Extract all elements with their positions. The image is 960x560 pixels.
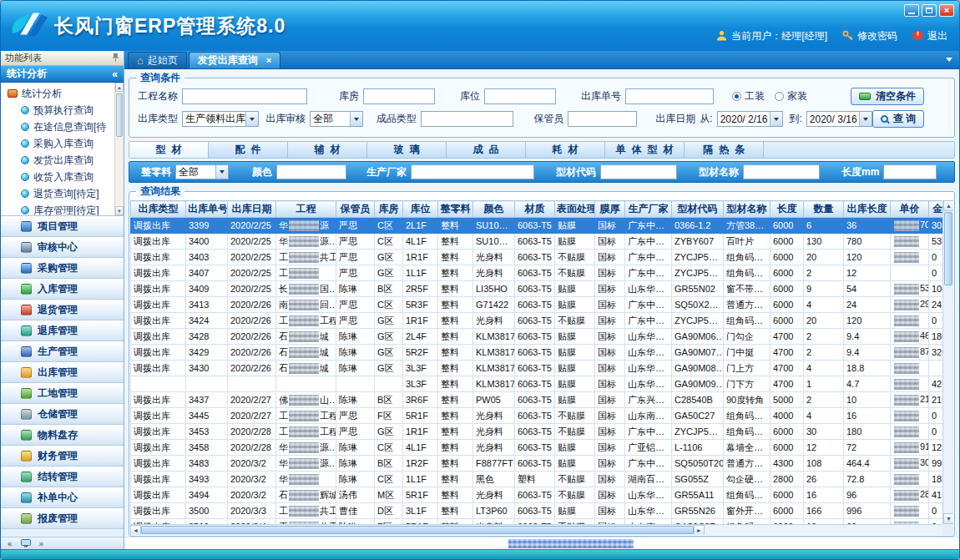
radio-home-decoration[interactable] [775,92,784,101]
table-row[interactable]: 调拨出库34292020/2/26石城陈琳G区5R2F整料KLM38176063… [131,345,954,361]
vertical-scrollbar[interactable]: ▲ ▼ [942,200,953,524]
table-row[interactable]: 调拨出库34282020/2/26石城陈琳G区2L4F整料KLM38176063… [131,329,954,345]
material-tab[interactable]: 玻璃 [367,142,447,158]
sidebar-module-inventory[interactable]: 物料盘存 [1,425,124,446]
audit-select[interactable]: 全部 [310,111,362,127]
tree-item[interactable]: 发货出库查询 [1,152,114,169]
tree-root[interactable]: 统计分析 [1,85,114,102]
tree-item[interactable]: 收货入库查询 [1,169,114,185]
collapse-left-icon[interactable]: « [8,539,13,548]
dropdown-icon[interactable] [350,112,362,126]
pin-icon[interactable] [112,53,119,63]
column-header[interactable]: 库房 [375,201,403,218]
tab-home[interactable]: ⌂ 起始页 [128,52,187,68]
sidebar-group-statistics[interactable]: 统计分析 « [1,66,124,83]
table-row[interactable]: 调拨出库34532020/2/28工工程严思G区1R1F整料光身料6063-T5… [131,424,954,440]
column-header[interactable]: 材质 [515,201,555,218]
clear-conditions-button[interactable]: 清空条件 [851,88,924,105]
tree-item[interactable]: 在途信息查询[待 [1,119,114,135]
scroll-down-icon[interactable]: ▼ [943,513,953,524]
sidebar-module-site[interactable]: 工地管理 [1,383,124,404]
minimize-button[interactable] [904,4,919,17]
horizontal-scrollbar[interactable]: ◄ ► [130,524,942,535]
dropdown-icon[interactable] [215,165,228,179]
radio-work-decoration[interactable] [732,92,741,101]
table-row[interactable]: 调拨出库34032020/2/25工共工程严思G区1R1F整料光身料6063-T… [131,250,954,265]
column-header[interactable]: 颜色 [473,201,515,218]
sidebar-module-production[interactable]: 生产管理 [1,341,124,362]
table-row[interactable]: 调拨出库34582020/2/28华源…陈琳C区4L1F整料光身料6063-T5… [131,440,954,456]
project-name-input[interactable] [182,88,307,104]
out-type-select[interactable]: 生产领料出库 [182,111,259,127]
table-row[interactable]: 调拨出库34832020/3/2华源…陈琳B区1R2F整料F8877FT6063… [131,456,954,472]
tree-item[interactable]: 预算执行查询 [1,102,114,119]
column-header[interactable]: 数量 [804,201,844,218]
sidebar-module-purchase[interactable]: 采购管理 [1,258,124,279]
tree-item[interactable]: 退货查询[待定] [1,185,114,202]
sidebar-module-inbound[interactable]: 入库管理 [1,279,124,300]
table-row[interactable]: 3L3F整料KLM38176063-T5贴膜国标山东华…GA90M09…门下方4… [131,376,954,392]
table-row[interactable]: 调拨出库35002020/3/3工共工程曹佳D区3L1F整料LT3P606063… [131,503,954,519]
collapse-icon[interactable]: « [112,68,118,80]
order-no-input[interactable] [625,88,714,104]
column-header[interactable]: 出库类型 [131,201,186,218]
change-password-button[interactable]: 修改密码 [842,29,897,43]
length-input[interactable] [883,164,937,179]
expand-right-icon[interactable]: » [39,539,44,548]
column-header[interactable]: 生产厂家 [625,201,672,218]
tree-item[interactable]: 库存管理[待定] [1,202,114,216]
scroll-left-icon[interactable]: ◄ [130,525,141,535]
scroll-up-icon[interactable]: ▲ [115,83,124,92]
sidebar-module-carryover[interactable]: 结转管理 [1,467,124,487]
tree-scroll-thumb[interactable] [116,93,123,137]
product-type-input[interactable] [421,111,514,127]
table-row[interactable]: 调拨出库34372020/2/27佛山…陈琳B区3R6F整料PW056063-T… [131,392,954,408]
column-header[interactable]: 型材代码 [672,201,724,218]
scroll-up-icon[interactable]: ▲ [943,200,953,211]
profile-name-input[interactable] [743,164,820,179]
scroll-down-icon[interactable]: ▼ [115,206,124,215]
warehouse-input[interactable] [363,88,435,104]
column-header[interactable]: 整零料 [438,201,473,218]
sidebar-module-supplement[interactable]: 补单中心 [1,487,124,508]
logout-button[interactable]: 退出 [912,29,947,43]
material-tab[interactable]: 辅材 [288,142,367,158]
table-row[interactable]: 调拨出库34302020/2/26石城陈琳G区3L3F整料KLM38176063… [131,361,954,376]
sidebar-module-return-store[interactable]: 退库管理 [1,320,124,341]
table-row[interactable]: 调拨出库34072020/2/25工严思G区1L1F整料光身料6063-T5不贴… [131,265,954,281]
date-to-picker[interactable]: 2020/ 3/16 [806,111,872,127]
column-header[interactable]: 表面处理 [555,201,595,218]
table-row[interactable]: 调拨出库34932020/3/2华陈琳C区1L1F整料黑色塑料不贴膜国标湖南百…… [131,472,954,487]
scroll-right-icon[interactable]: ► [694,525,705,535]
tree-item[interactable]: 采购入库查询 [1,135,114,152]
material-tab[interactable]: 成品 [447,142,526,158]
column-header[interactable]: 出库日期 [228,201,276,218]
computer-icon[interactable] [21,539,31,547]
material-tab[interactable]: 隔热条 [685,142,764,158]
tab-overflow-icon[interactable] [946,58,952,62]
sidebar-module-warehouse[interactable]: 仓储管理 [1,404,124,425]
column-header[interactable]: 膜厚 [595,201,625,218]
profile-code-input[interactable] [600,164,677,179]
dropdown-icon[interactable] [770,112,782,126]
column-header[interactable]: 库位 [403,201,438,218]
keeper-input[interactable] [568,111,637,127]
table-row[interactable]: 调拨出库34452020/2/27工工程严思F区5R1F整料光身料6063-T5… [131,408,954,424]
location-input[interactable] [484,88,556,104]
column-header[interactable]: 单价 [891,201,929,218]
tab-shipping-outbound-query[interactable]: 发货出库查询 × [189,52,280,68]
column-header[interactable]: 型材名称 [724,201,771,218]
sidebar-module-return-goods[interactable]: 退货管理 [1,300,124,320]
table-row[interactable]: 调拨出库34242020/2/26工工程严思G区1R1F整料光身料6063-T5… [131,313,954,329]
whole-part-select[interactable]: 全部 [175,164,229,179]
sidebar-module-audit[interactable]: 审核中心 [1,237,124,258]
sidebar-module-finance[interactable]: 财务管理 [1,446,124,467]
column-header[interactable]: 出库单号 [186,201,228,218]
table-row[interactable]: 调拨出库34002020/2/25华源…严思C区4L1F整料SU10…6063-… [131,234,954,250]
sidebar-module-project[interactable]: 项目管理 [1,216,124,237]
maximize-button[interactable] [922,4,937,17]
dropdown-icon[interactable] [859,112,872,126]
material-tab[interactable]: 配件 [209,142,288,158]
maker-input[interactable] [411,164,534,179]
sidebar-module-scrap[interactable]: 报废管理 [1,508,124,529]
